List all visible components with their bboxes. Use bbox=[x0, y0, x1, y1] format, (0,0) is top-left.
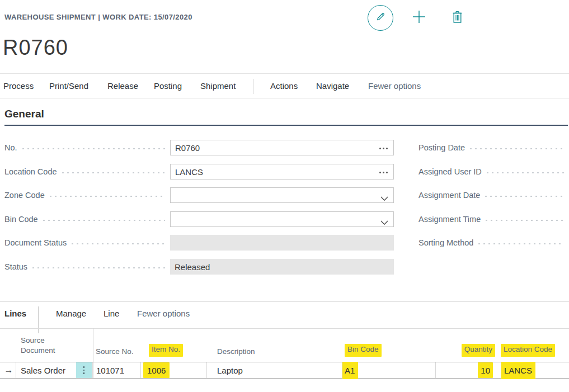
lines-menu-line[interactable]: Line bbox=[104, 300, 119, 327]
field-bin-code-input[interactable] bbox=[170, 211, 394, 227]
field-document-status-label: Document Status bbox=[4, 238, 70, 247]
ribbon-item-actions[interactable]: Actions bbox=[270, 74, 298, 98]
dotted-leader bbox=[477, 243, 564, 244]
ribbon-item-shipment[interactable]: Shipment bbox=[200, 74, 236, 98]
dotted-leader bbox=[484, 220, 564, 221]
field-assigned-user-id-label: Assigned User ID bbox=[418, 167, 485, 176]
ribbon-item-process[interactable]: Process bbox=[3, 74, 34, 98]
cell-item-no[interactable]: 1006 bbox=[141, 362, 207, 378]
assist-edit-icon[interactable] bbox=[379, 148, 388, 149]
general-section-underline bbox=[4, 125, 568, 126]
current-row-arrow-icon: → bbox=[2, 362, 16, 378]
trash-icon bbox=[452, 11, 463, 26]
highlight-quantity-value: 10 bbox=[478, 362, 493, 378]
dotted-leader bbox=[21, 148, 165, 149]
chevron-down-icon[interactable] bbox=[380, 218, 388, 227]
field-status: Status Released bbox=[4, 259, 394, 275]
field-document-status: Document Status bbox=[4, 235, 394, 251]
field-assigned-user-id[interactable]: Assigned User ID bbox=[418, 164, 564, 180]
dotted-leader bbox=[468, 148, 564, 149]
dotted-leader bbox=[41, 220, 165, 221]
field-no-label: No. bbox=[4, 143, 21, 152]
lines-grid-top-rule bbox=[0, 328, 569, 329]
field-assignment-date[interactable]: Assignment Date bbox=[418, 187, 564, 203]
field-zone-code: Zone Code bbox=[4, 187, 394, 203]
field-assignment-time[interactable]: Assignment Time bbox=[418, 211, 564, 227]
ribbon-item-print-send[interactable]: Print/Send bbox=[49, 74, 88, 98]
field-zone-code-input[interactable] bbox=[170, 187, 394, 203]
cell-description[interactable]: Laptop bbox=[207, 362, 342, 378]
lines-toolbar-divider bbox=[38, 306, 39, 333]
highlight-location-code-value: LANCS bbox=[501, 362, 535, 379]
field-location-code: Location Code LANCS bbox=[4, 164, 394, 180]
col-header-location-code[interactable]: Location Code bbox=[501, 345, 555, 353]
field-location-code-input[interactable]: LANCS bbox=[170, 164, 394, 180]
highlight-item-no: Item No. bbox=[149, 344, 183, 357]
lines-section-heading[interactable]: Lines bbox=[4, 300, 26, 327]
ribbon-item-release[interactable]: Release bbox=[107, 74, 138, 98]
field-document-status-value bbox=[170, 235, 394, 251]
breadcrumb: WAREHOUSE SHIPMENT | WORK DATE: 15/07/20… bbox=[4, 13, 192, 21]
field-no-value: R0760 bbox=[175, 143, 200, 153]
table-row: → Sales Order 101071 1006 Laptop A1 10 L… bbox=[0, 362, 569, 379]
col-header-bin-code[interactable]: Bin Code bbox=[345, 345, 382, 353]
assist-edit-icon[interactable] bbox=[379, 172, 388, 173]
ribbon-item-navigate[interactable]: Navigate bbox=[316, 74, 349, 98]
field-location-code-value: LANCS bbox=[175, 167, 203, 177]
cell-bin-code[interactable]: A1 bbox=[342, 362, 436, 378]
highlight-quantity: Quantity bbox=[462, 344, 495, 357]
dotted-leader bbox=[485, 172, 564, 173]
dotted-leader bbox=[70, 243, 165, 244]
lines-menu-manage[interactable]: Manage bbox=[56, 300, 86, 327]
col-header-item-no[interactable]: Item No. bbox=[149, 345, 183, 353]
action-ribbon: Process Print/Send Release Posting Shipm… bbox=[0, 73, 569, 98]
highlight-item-no-value: 1006 bbox=[143, 362, 170, 378]
field-assignment-time-label: Assignment Time bbox=[418, 215, 484, 224]
row-more-options-icon[interactable] bbox=[76, 362, 92, 378]
edit-button[interactable] bbox=[368, 5, 393, 31]
col-header-quantity[interactable]: Quantity bbox=[462, 345, 495, 353]
plus-icon bbox=[412, 10, 426, 26]
dotted-leader bbox=[483, 196, 564, 197]
field-assignment-date-label: Assignment Date bbox=[418, 191, 483, 200]
col-header-source-document[interactable]: Source Document bbox=[21, 336, 55, 356]
field-bin-code: Bin Code bbox=[4, 211, 394, 227]
dotted-leader bbox=[31, 267, 165, 268]
ribbon-fewer-options[interactable]: Fewer options bbox=[368, 74, 421, 98]
field-posting-date[interactable]: Posting Date bbox=[418, 140, 564, 155]
field-posting-date-label: Posting Date bbox=[418, 143, 468, 152]
highlight-bin-code: Bin Code bbox=[345, 344, 382, 357]
cell-source-document[interactable]: Sales Order bbox=[16, 362, 93, 378]
field-sorting-method[interactable]: Sorting Method bbox=[418, 235, 564, 251]
new-button[interactable] bbox=[412, 11, 426, 25]
col-header-description[interactable]: Description bbox=[217, 347, 255, 356]
field-status-label: Status bbox=[4, 262, 31, 271]
highlight-location-code: Location Code bbox=[501, 344, 555, 357]
col-header-source-no[interactable]: Source No. bbox=[96, 347, 134, 356]
cell-location-code[interactable]: LANCS bbox=[501, 362, 569, 378]
field-bin-code-label: Bin Code bbox=[4, 215, 41, 224]
dotted-leader bbox=[48, 196, 165, 197]
delete-button[interactable] bbox=[451, 11, 463, 25]
cell-source-no[interactable]: 101071 bbox=[93, 362, 141, 378]
field-location-code-label: Location Code bbox=[4, 167, 60, 176]
pencil-icon bbox=[374, 11, 387, 25]
field-status-value: Released bbox=[170, 259, 394, 275]
field-sorting-method-label: Sorting Method bbox=[418, 238, 477, 247]
field-no-input[interactable]: R0760 bbox=[170, 140, 394, 155]
warehouse-shipment-page: WAREHOUSE SHIPMENT | WORK DATE: 15/07/20… bbox=[0, 0, 569, 392]
general-section-heading[interactable]: General bbox=[4, 108, 44, 120]
ribbon-divider bbox=[253, 79, 253, 94]
highlight-bin-code-value: A1 bbox=[342, 362, 358, 379]
cell-quantity[interactable]: 10 bbox=[436, 362, 501, 378]
ribbon-item-posting[interactable]: Posting bbox=[154, 74, 182, 98]
page-title: R0760 bbox=[3, 36, 68, 60]
lines-fewer-options[interactable]: Fewer options bbox=[137, 300, 190, 327]
chevron-down-icon[interactable] bbox=[380, 193, 388, 203]
dotted-leader bbox=[60, 172, 165, 173]
field-zone-code-label: Zone Code bbox=[4, 191, 48, 200]
field-no: No. R0760 bbox=[4, 140, 394, 155]
